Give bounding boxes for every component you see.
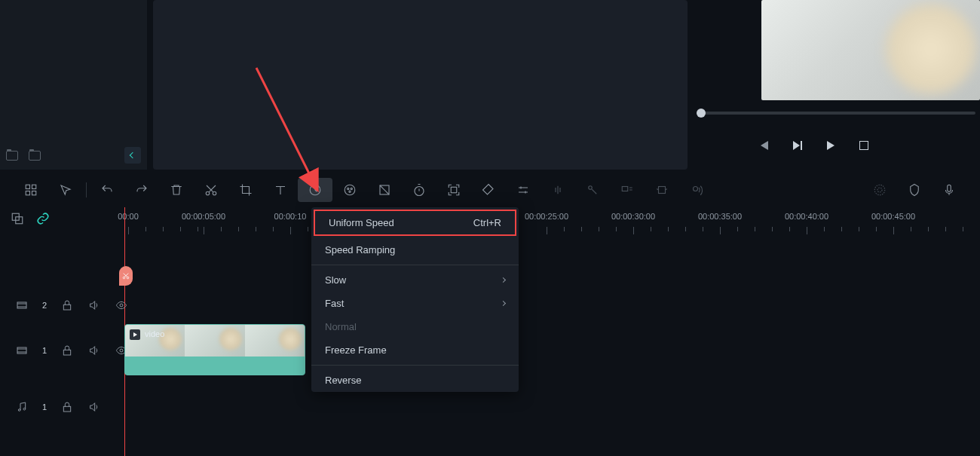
svg-point-19 [874, 185, 885, 195]
ruler-label: 00:00:25:00 [525, 212, 568, 221]
video-track-icon [15, 344, 29, 357]
prev-frame-button[interactable] [758, 139, 770, 151]
speed-ramping-item[interactable]: Speed Ramping [311, 238, 519, 262]
redo-icon[interactable] [124, 178, 159, 202]
video-track-icon [15, 298, 29, 312]
track-1-label: 1 [42, 346, 47, 355]
svg-rect-26 [63, 305, 70, 310]
color-icon[interactable] [332, 178, 367, 202]
menu-label: Normal [325, 321, 357, 332]
svg-rect-33 [63, 406, 70, 412]
lock-icon[interactable] [60, 298, 74, 312]
track-2-label: 2 [42, 301, 47, 310]
play-button[interactable] [825, 139, 837, 151]
timeline-toolbar [0, 173, 980, 207]
mute-icon[interactable] [87, 344, 101, 357]
timeline-clip[interactable]: video [124, 324, 305, 375]
marker-icon[interactable] [897, 178, 932, 202]
cut-icon[interactable] [194, 178, 228, 202]
mic-icon[interactable] [932, 178, 966, 202]
tag-icon[interactable] [471, 178, 506, 202]
audio-split-icon[interactable] [575, 178, 610, 202]
next-clip-button[interactable] [792, 139, 804, 151]
menu-label: Freeze Frame [325, 344, 387, 356]
svg-point-30 [120, 349, 123, 352]
mute-icon[interactable] [87, 298, 101, 312]
svg-point-10 [349, 191, 351, 192]
svg-point-4 [206, 191, 210, 195]
svg-point-7 [345, 185, 355, 195]
menu-label: Reverse [325, 375, 361, 386]
playhead-handle[interactable] [119, 266, 133, 286]
svg-point-23 [123, 277, 125, 279]
link-icon[interactable] [36, 212, 50, 225]
svg-rect-13 [451, 187, 457, 193]
slow-item[interactable]: Slow [311, 268, 519, 292]
grid-icon[interactable] [14, 178, 48, 202]
ruler-label: 00:00:10 [274, 212, 307, 221]
menu-label: Slow [325, 274, 346, 286]
svg-point-5 [213, 191, 216, 195]
reverse-item[interactable]: Reverse [311, 369, 519, 392]
scrub-handle[interactable] [697, 109, 706, 118]
svg-point-9 [351, 188, 352, 189]
import-folder-icon[interactable] [29, 151, 41, 161]
render-icon[interactable] [862, 178, 897, 202]
ruler-label: 00:00 [118, 212, 139, 221]
speed-icon[interactable] [298, 178, 332, 202]
fit-icon[interactable] [436, 178, 471, 202]
freeze-frame-item[interactable]: Freeze Frame [311, 338, 519, 362]
speed-dropdown-menu: Uniform Speed Ctrl+R Speed Ramping Slow … [311, 207, 519, 392]
normal-item: Normal [311, 315, 519, 338]
ruler-label: 00:00:45:00 [871, 212, 915, 221]
clip-name-label: video [145, 329, 164, 338]
voice-icon[interactable] [679, 178, 714, 202]
fast-item[interactable]: Fast [311, 292, 519, 315]
new-folder-icon[interactable] [6, 151, 18, 161]
undo-icon[interactable] [90, 178, 124, 202]
adjust-icon[interactable] [506, 178, 541, 202]
collapse-panel-button[interactable] [124, 147, 141, 164]
svg-point-32 [23, 408, 26, 410]
clip-play-icon [130, 329, 140, 340]
uniform-speed-item[interactable]: Uniform Speed Ctrl+R [314, 210, 516, 236]
visibility-icon[interactable] [115, 298, 128, 312]
preview-thumbnail [761, 0, 980, 100]
svg-point-14 [589, 186, 593, 190]
svg-point-24 [127, 277, 129, 279]
ruler-label: 00:00:35:00 [698, 212, 742, 221]
lock-icon[interactable] [60, 400, 74, 414]
chevron-left-icon [130, 152, 136, 158]
ruler-label: 00:00:05:00 [182, 212, 225, 221]
svg-rect-20 [948, 185, 951, 191]
timer-icon[interactable] [402, 178, 436, 202]
frame-icon[interactable] [645, 178, 679, 202]
menu-label: Uniform Speed [329, 217, 394, 228]
svg-point-27 [120, 304, 123, 307]
menu-shortcut: Ctrl+R [473, 217, 501, 228]
media-bin-panel [0, 0, 147, 170]
audio-track-1-header: 1 [0, 392, 980, 422]
svg-point-8 [348, 188, 349, 189]
crop-icon[interactable] [228, 178, 263, 202]
lock-icon[interactable] [60, 344, 74, 357]
stop-button[interactable] [858, 139, 870, 151]
chevron-right-icon [501, 277, 506, 283]
delete-icon[interactable] [159, 178, 194, 202]
overlap-icon[interactable] [11, 212, 24, 225]
svg-rect-29 [63, 350, 70, 355]
audio-sync-icon[interactable] [610, 178, 645, 202]
preview-scrubber[interactable] [697, 112, 975, 115]
chevron-right-icon [501, 301, 506, 306]
svg-point-17 [694, 187, 698, 191]
svg-rect-25 [17, 302, 26, 308]
text-icon[interactable] [263, 178, 298, 202]
pointer-icon[interactable] [48, 178, 83, 202]
audio-wave-icon[interactable] [541, 178, 575, 202]
media-preview-area [153, 0, 688, 170]
timeline-ruler[interactable]: 00:0000:00:05:0000:00:1000:00:25:0000:00… [121, 212, 980, 238]
svg-rect-16 [659, 187, 666, 194]
svg-rect-0 [26, 185, 29, 188]
mask-icon[interactable] [367, 178, 402, 202]
mute-icon[interactable] [87, 400, 101, 414]
